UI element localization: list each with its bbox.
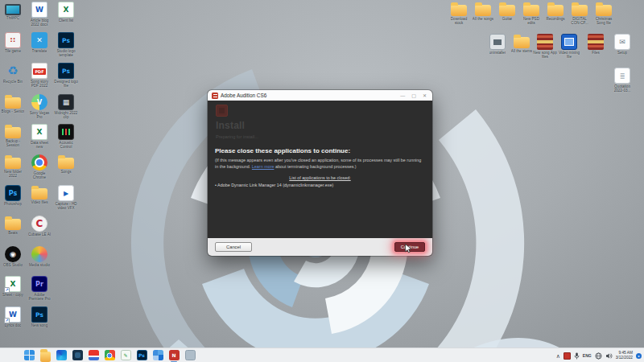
taskbar-photoshop[interactable]: Ps bbox=[135, 349, 148, 362]
desktop-icon[interactable]: ▦Midnight 2022 clip bbox=[54, 94, 78, 120]
desktop-icon[interactable]: Song story PDF 2022 bbox=[27, 63, 52, 88]
taskbar-edge[interactable] bbox=[55, 349, 68, 362]
desktop-icon-label: Data sheet new bbox=[27, 141, 52, 150]
folder-icon bbox=[596, 5, 612, 16]
desktop-icon[interactable]: ≣Quotation 2022-03... bbox=[610, 68, 634, 93]
desktop-icon[interactable]: New PSD edits bbox=[519, 2, 543, 26]
desktop-icon[interactable]: All the songs bbox=[471, 2, 495, 21]
tray-chevron-up-icon[interactable]: ∧ bbox=[556, 353, 560, 359]
desktop-icon[interactable]: Christmas Song file bbox=[592, 2, 616, 26]
desktop-icon[interactable]: PsDesigned logo file bbox=[54, 63, 78, 88]
desktop-icon-label: Guitar bbox=[502, 17, 513, 21]
excelsc-icon: X bbox=[5, 276, 21, 292]
desktop-icon[interactable]: XSheet - copy bbox=[1, 276, 25, 297]
desktop-icon[interactable]: VSony Vegas Pro bbox=[27, 94, 52, 120]
desktop-icon[interactable]: PsNew song bbox=[27, 306, 52, 327]
close-icon[interactable]: ✕ bbox=[423, 93, 427, 98]
desktop-icon-label: Songs bbox=[60, 170, 71, 174]
tiles-icon: ∷ bbox=[5, 32, 21, 48]
edge-icon bbox=[56, 350, 67, 360]
folder-icon bbox=[451, 5, 467, 16]
desktop-icon[interactable]: PrAdobe Premiere Pro bbox=[27, 276, 52, 302]
desktop-icon-label: Adobe Premiere Pro bbox=[27, 293, 52, 302]
language-indicator[interactable]: ENG bbox=[583, 353, 592, 358]
desktop-icon[interactable]: Blogs - Senior bbox=[1, 94, 25, 113]
clock[interactable]: 9:45 AM 3/12/2022 bbox=[616, 351, 633, 360]
desktop-icon[interactable]: This PC bbox=[1, 2, 25, 20]
taskbar-notepad-app[interactable]: ✎ bbox=[119, 349, 132, 362]
desktop-icon-label: Song story PDF 2022 bbox=[27, 80, 52, 88]
desktop-icon[interactable]: Recordings bbox=[543, 2, 568, 21]
folder-icon bbox=[499, 5, 515, 16]
learn-more-link[interactable]: Learn more bbox=[252, 164, 275, 169]
desktop-icon-label: Capture - HD video VFX bbox=[54, 202, 78, 211]
taskbar-utility-app[interactable] bbox=[184, 349, 196, 362]
microphone-icon[interactable] bbox=[574, 352, 580, 360]
desktop-icon-label: Video files bbox=[31, 200, 47, 204]
desktop-icon[interactable]: All the stems bbox=[510, 34, 534, 53]
speaker-icon[interactable] bbox=[605, 352, 613, 360]
desktop-icon-label: Video mixing file bbox=[557, 51, 581, 60]
desktop-icon[interactable]: XClient list bbox=[54, 2, 78, 23]
taskbar-file-explorer[interactable] bbox=[39, 349, 52, 362]
desktop-icon[interactable]: Acoustic Control bbox=[54, 124, 78, 150]
desktop-icon[interactable]: New song App files bbox=[533, 34, 557, 60]
desktop-icon-label: Files bbox=[592, 51, 600, 55]
tray-installer-icon[interactable] bbox=[564, 352, 571, 360]
desktop-icon[interactable]: uninstaller bbox=[485, 34, 510, 55]
obs-icon: ◉ bbox=[5, 246, 21, 262]
desktop-icon[interactable]: New folder 2022 bbox=[1, 154, 25, 179]
desktop-icon-label: Sony Vegas Pro bbox=[27, 111, 52, 120]
desktop-icon[interactable]: ∷Tile game bbox=[1, 32, 25, 53]
system-tray: ∧ ENG 9:45 AM 3/12/2022 ● bbox=[556, 348, 642, 362]
desktop-icon[interactable]: Media studio bbox=[27, 246, 52, 267]
desktop-icon[interactable]: PsPhotoshop bbox=[1, 185, 25, 206]
minimize-icon[interactable]: — bbox=[400, 93, 405, 98]
rar-icon bbox=[588, 34, 604, 50]
desktop-icon[interactable]: ◉OBS Studio bbox=[1, 246, 25, 267]
desktop-icon[interactable]: ♻Recycle Bin bbox=[1, 63, 25, 84]
folder-icon bbox=[58, 158, 74, 169]
desktop-icon[interactable]: Files bbox=[584, 34, 608, 55]
desktop-icon[interactable]: ✉Setup bbox=[610, 34, 634, 55]
taskbar-start[interactable] bbox=[23, 349, 35, 362]
psd-icon: Ps bbox=[58, 63, 74, 79]
taskbar-office-grid[interactable] bbox=[151, 349, 164, 362]
desktop-icon[interactable]: Songs bbox=[54, 154, 78, 174]
desktop-icon[interactable]: Backup - Session bbox=[1, 124, 25, 148]
desktop-icon[interactable]: Beats bbox=[1, 216, 25, 235]
dialog-titlebar[interactable]: Adobe Audition CS6 — ▢ ✕ bbox=[208, 90, 432, 101]
desktop-icon[interactable]: Video mixing file bbox=[557, 34, 581, 60]
desktop-icon[interactable]: Video files bbox=[27, 185, 52, 204]
desktop-icon[interactable]: XData sheet new bbox=[27, 124, 52, 150]
folder-icon bbox=[475, 5, 491, 16]
network-globe-icon[interactable] bbox=[595, 352, 602, 360]
taskbar-media-app[interactable] bbox=[87, 349, 100, 362]
desktop-icon-label: Beats bbox=[8, 231, 18, 235]
message-body: (If this message appears even after you'… bbox=[215, 158, 425, 170]
desktop-icon-label: Client list bbox=[59, 19, 74, 23]
taskbar-photos-app[interactable] bbox=[71, 349, 84, 362]
cancel-button[interactable]: Cancel bbox=[215, 242, 252, 252]
notification-badge[interactable]: ● bbox=[636, 353, 642, 359]
desktop-icon[interactable]: ▶Capture - HD video VFX bbox=[54, 185, 78, 211]
taskbar-adobe-installer[interactable]: N bbox=[167, 349, 180, 362]
psd-icon: Ps bbox=[31, 306, 47, 323]
psd-icon: Ps bbox=[58, 32, 74, 48]
desktop-icon[interactable]: Download stock bbox=[447, 2, 471, 26]
desktop-icon[interactable]: PsStudio logo template bbox=[54, 32, 78, 58]
desktop-icon-label: New song bbox=[31, 323, 47, 327]
desktop-icon[interactable]: Google Chrome bbox=[27, 154, 52, 180]
desktop-icon[interactable]: ✕Translate bbox=[27, 32, 52, 53]
desktop-icon[interactable]: WArticle blog 2022 docx bbox=[27, 2, 52, 27]
maximize-icon[interactable]: ▢ bbox=[411, 93, 416, 98]
mouse-cursor bbox=[405, 244, 412, 253]
start-icon bbox=[24, 350, 35, 360]
desktop-icon[interactable]: WLyrics doc bbox=[1, 306, 25, 327]
dialog-footer: Cancel Continue bbox=[208, 238, 432, 256]
desktop-icon[interactable]: Guitar bbox=[495, 2, 519, 21]
desktop-icon-label: New PSD edits bbox=[519, 17, 543, 26]
desktop-icon[interactable]: DIGITAL CON-CP... bbox=[568, 2, 592, 26]
desktop-icon[interactable]: CCubase LE AI bbox=[27, 216, 52, 237]
taskbar-chrome[interactable] bbox=[103, 349, 116, 362]
